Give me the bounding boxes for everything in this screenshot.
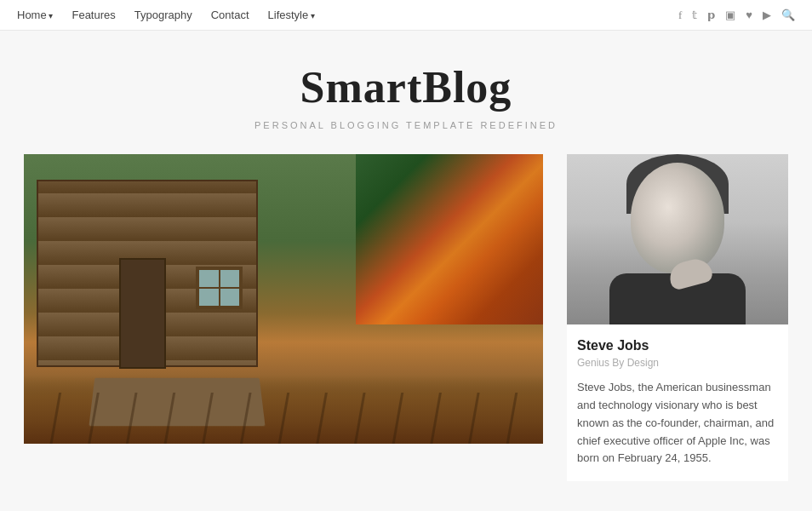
sidebar: Steve Jobs Genius By Design Steve Jobs, … [543, 154, 788, 481]
facebook-icon[interactable]: f [678, 9, 682, 22]
hero-section: SmartBlog PERSONAL BLOGGING TEMPLATE RED… [0, 31, 812, 154]
site-title: SmartBlog [17, 63, 795, 112]
nav-item-features[interactable]: Features [71, 9, 115, 21]
main-post-image[interactable] [24, 154, 543, 444]
rss-icon[interactable]: ▶ [763, 9, 771, 22]
nav-item-typography[interactable]: Typography [134, 9, 192, 21]
cabin-window [196, 267, 243, 309]
pinterest-icon[interactable]: 𝗽 [707, 9, 715, 22]
navbar: Home Features Typography Contact Lifesty… [0, 0, 812, 31]
sidebar-post: Steve Jobs Genius By Design Steve Jobs, … [567, 154, 788, 481]
foreground-branches [24, 393, 543, 444]
main-post [24, 154, 543, 481]
post-tag: Genius By Design [577, 357, 778, 369]
nav-right: f 𝕥 𝗽 ▣ ♥ ▶ 🔍 [678, 9, 795, 22]
sidebar-post-image[interactable] [567, 154, 788, 324]
autumn-trees [356, 154, 543, 324]
nav-item-home[interactable]: Home [17, 9, 53, 21]
nav-item-lifestyle[interactable]: Lifestyle [268, 9, 315, 21]
cabin-wall [37, 180, 258, 367]
nav-item-contact[interactable]: Contact [211, 9, 249, 21]
instagram-icon[interactable]: ▣ [725, 9, 735, 22]
cabin-scene [24, 154, 543, 444]
portrait-face [631, 163, 724, 273]
content-area: Steve Jobs Genius By Design Steve Jobs, … [0, 154, 812, 481]
nav-left: Home Features Typography Contact Lifesty… [17, 9, 315, 21]
twitter-icon[interactable]: 𝕥 [692, 9, 697, 22]
post-description: Steve Jobs, the American businessman and… [577, 379, 778, 468]
search-icon[interactable]: 🔍 [781, 9, 795, 22]
heart-icon[interactable]: ♥ [746, 9, 752, 22]
sidebar-post-text: Steve Jobs Genius By Design Steve Jobs, … [567, 324, 788, 481]
site-subtitle: PERSONAL BLOGGING TEMPLATE REDEFINED [17, 120, 795, 130]
post-title: Steve Jobs [577, 338, 778, 353]
cabin-door [119, 258, 166, 369]
